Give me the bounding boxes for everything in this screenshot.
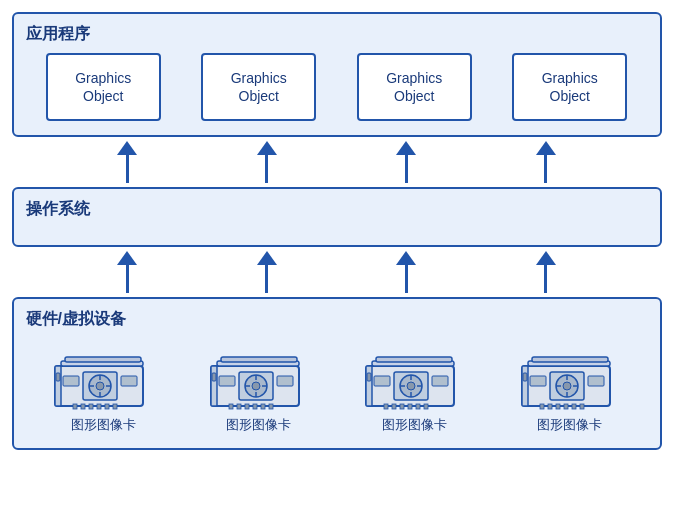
diagram-wrapper: 应用程序 GraphicsObject GraphicsObject Graph…	[12, 12, 662, 450]
svg-rect-76	[572, 404, 576, 409]
arrowshaft-5	[126, 265, 129, 293]
svg-rect-74	[556, 404, 560, 409]
gpu-card-1: 图形图像卡	[46, 338, 161, 434]
svg-rect-30	[219, 376, 235, 386]
arrowshaft-1	[126, 155, 129, 183]
arrowshaft-3	[405, 155, 408, 183]
arrowhead-5	[117, 251, 137, 265]
graphics-object-4: GraphicsObject	[512, 53, 627, 121]
svg-rect-36	[261, 404, 265, 409]
arrow-5	[115, 251, 139, 293]
svg-rect-77	[580, 404, 584, 409]
graphics-object-3: GraphicsObject	[357, 53, 472, 121]
gpu-icon-1	[53, 338, 153, 410]
arrowshaft-6	[265, 265, 268, 293]
arrowshaft-8	[544, 265, 547, 293]
svg-rect-33	[237, 404, 241, 409]
svg-rect-18	[55, 366, 61, 406]
svg-rect-38	[211, 366, 217, 406]
svg-rect-10	[63, 376, 79, 386]
svg-rect-2	[65, 357, 141, 362]
gpu-icon-4	[520, 338, 620, 410]
svg-rect-11	[121, 376, 137, 386]
svg-rect-72	[540, 404, 544, 409]
svg-rect-12	[73, 404, 77, 409]
arrow-2	[255, 141, 279, 183]
svg-rect-51	[432, 376, 448, 386]
gpu-label-2: 图形图像卡	[226, 416, 291, 434]
svg-rect-13	[81, 404, 85, 409]
arrowhead-2	[257, 141, 277, 155]
svg-rect-56	[416, 404, 420, 409]
svg-point-65	[563, 382, 571, 390]
layer-os: 操作系统	[12, 187, 662, 247]
svg-rect-75	[564, 404, 568, 409]
arrowshaft-4	[544, 155, 547, 183]
svg-rect-14	[89, 404, 93, 409]
arrow-1	[115, 141, 139, 183]
arrowhead-3	[396, 141, 416, 155]
svg-point-5	[96, 382, 104, 390]
gpu-cards-row: 图形图像卡	[26, 338, 648, 434]
svg-rect-59	[367, 373, 371, 381]
svg-rect-42	[376, 357, 452, 362]
arrowhead-4	[536, 141, 556, 155]
svg-rect-15	[97, 404, 101, 409]
svg-rect-58	[366, 366, 372, 406]
arrowshaft-2	[265, 155, 268, 183]
gpu-icon-3	[364, 338, 464, 410]
arrowhead-7	[396, 251, 416, 265]
graphics-object-1: GraphicsObject	[46, 53, 161, 121]
app-layer-label: 应用程序	[26, 24, 648, 45]
svg-rect-34	[245, 404, 249, 409]
gpu-card-4: 图形图像卡	[512, 338, 627, 434]
gpu-card-2: 图形图像卡	[201, 338, 316, 434]
svg-rect-16	[105, 404, 109, 409]
gpu-label-1: 图形图像卡	[71, 416, 136, 434]
svg-rect-62	[532, 357, 608, 362]
hw-layer-label: 硬件/虚拟设备	[26, 309, 648, 330]
arrows-os-to-app	[12, 137, 662, 187]
arrows-hw-to-os	[12, 247, 662, 297]
gpu-icon-2	[209, 338, 309, 410]
svg-rect-19	[56, 373, 60, 381]
svg-rect-17	[113, 404, 117, 409]
gpu-label-3: 图形图像卡	[382, 416, 447, 434]
arrow-3	[394, 141, 418, 183]
graphics-object-2: GraphicsObject	[201, 53, 316, 121]
os-layer-label: 操作系统	[26, 199, 648, 220]
svg-rect-79	[523, 373, 527, 381]
arrow-6	[255, 251, 279, 293]
svg-rect-57	[424, 404, 428, 409]
graphics-objects-row: GraphicsObject GraphicsObject GraphicsOb…	[26, 53, 648, 121]
svg-rect-54	[400, 404, 404, 409]
svg-rect-50	[374, 376, 390, 386]
arrowshaft-7	[405, 265, 408, 293]
gpu-card-3: 图形图像卡	[357, 338, 472, 434]
svg-rect-70	[530, 376, 546, 386]
svg-rect-22	[221, 357, 297, 362]
svg-rect-32	[229, 404, 233, 409]
arrowhead-8	[536, 251, 556, 265]
svg-rect-73	[548, 404, 552, 409]
svg-rect-31	[277, 376, 293, 386]
arrow-8	[534, 251, 558, 293]
svg-rect-71	[588, 376, 604, 386]
layer-app: 应用程序 GraphicsObject GraphicsObject Graph…	[12, 12, 662, 137]
svg-rect-35	[253, 404, 257, 409]
arrow-4	[534, 141, 558, 183]
svg-rect-55	[408, 404, 412, 409]
svg-point-25	[252, 382, 260, 390]
gpu-label-4: 图形图像卡	[537, 416, 602, 434]
svg-rect-53	[392, 404, 396, 409]
svg-point-45	[407, 382, 415, 390]
svg-rect-39	[212, 373, 216, 381]
svg-rect-78	[522, 366, 528, 406]
arrowhead-1	[117, 141, 137, 155]
svg-rect-37	[269, 404, 273, 409]
layer-hw: 硬件/虚拟设备	[12, 297, 662, 450]
arrowhead-6	[257, 251, 277, 265]
svg-rect-52	[384, 404, 388, 409]
arrow-7	[394, 251, 418, 293]
